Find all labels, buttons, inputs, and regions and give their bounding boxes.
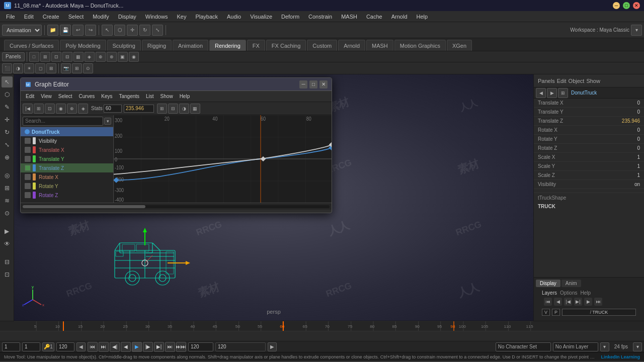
loop-btn[interactable]: ⏭⏭ [176,342,186,352]
ge-list-item-rx[interactable]: Rotate X [21,172,113,182]
menu-item-deform[interactable]: Deform [277,13,303,21]
menu-item-mash[interactable]: MASH [337,13,361,21]
frame-stepper-inc[interactable]: ▶ [268,342,277,351]
timeline-track[interactable] [0,331,644,341]
rp-next-key-btn[interactable]: |◀ [564,298,572,306]
shelf-tool1[interactable]: □ [29,52,39,62]
scale-tool[interactable]: ⤡ [2,139,13,150]
ge-graph-area[interactable]: 300 200 100 0 -100 -200 -300 -400 20 40 … [114,115,332,203]
shelf-tool7[interactable]: ⊕ [96,52,106,62]
grid-btn[interactable]: ⊞ [72,63,82,73]
light-btn[interactable]: ☀ [24,63,34,73]
menu-item-cache[interactable]: Cache [362,13,386,21]
anim-layer[interactable]: ⊡ [2,269,13,280]
snap-grid[interactable]: ⊞ [2,183,13,194]
workspace-tab-xgen[interactable]: XGen [447,40,472,51]
menu-item-edit[interactable]: Edit [20,13,38,21]
move-tool[interactable]: ✛ [2,114,13,125]
ge-tool1[interactable]: |◀ [23,104,33,114]
snp-btn[interactable]: ⊙ [83,63,93,73]
shelf-tool6[interactable]: ◈ [85,52,95,62]
current-frame-field[interactable]: 1 [22,342,40,351]
workspace-tab-motion-graphics[interactable]: Motion Graphics [394,40,446,51]
ge-restore-btn[interactable]: □ [309,80,317,88]
rp-p-btn[interactable]: P [552,309,560,316]
ge-list-item-visibility[interactable]: Visibility [21,136,113,145]
ge-tool10[interactable]: ▦ [190,104,200,114]
menu-item-arnold[interactable]: Arnold [387,13,412,21]
ge-list-item-ry[interactable]: Rotate Y [21,182,113,191]
menu-item-modify[interactable]: Modify [89,13,113,21]
workspace-tab-sculpting[interactable]: Sculpting [107,40,141,51]
ren-btn[interactable]: ⊞ [46,63,56,73]
display-layer[interactable]: ⊟ [2,256,13,267]
ge-menu-keys[interactable]: Keys [98,93,115,100]
shade-btn[interactable]: ◑ [13,63,23,73]
ge-menu-view[interactable]: View [38,93,55,100]
ge-close-btn[interactable]: ✕ [319,80,328,88]
ge-tool6[interactable]: ◈ [78,104,88,114]
anim-options[interactable]: ▾ [600,342,609,351]
menu-item-display[interactable]: Display [114,13,140,21]
ge-scrollbar[interactable] [21,203,332,210]
rp-tab-display[interactable]: Display [536,280,560,287]
select-btn[interactable]: ↖ [102,25,113,36]
rp-tool2[interactable]: ▶ [547,88,557,98]
lasso-tool[interactable]: ⬡ [2,89,13,100]
minimize-button[interactable]: ─ [613,2,620,9]
ge-tool2[interactable]: ⊞ [34,104,44,114]
save-btn[interactable]: 💾 [60,25,71,36]
current-time-field[interactable]: 120 [215,342,266,351]
shelf-tool2[interactable]: ⊞ [40,52,50,62]
play-btn[interactable]: ▶ [132,342,142,352]
workspace-tab-poly-modeling[interactable]: Poly Modeling [60,40,106,51]
workspace-tab-rigging[interactable]: Rigging [142,40,172,51]
rotate-tool[interactable]: ↻ [2,127,13,138]
ge-menu-edit[interactable]: Edit [23,93,37,100]
soft-select[interactable]: ◎ [2,170,13,181]
rp-help-tab[interactable]: Help [580,290,591,296]
menu-item-help[interactable]: Help [413,13,432,21]
ge-title-bar[interactable]: M Graph Editor ─ □ ✕ [21,78,332,91]
cam-btn[interactable]: 📷 [61,63,71,73]
last-frame-btn[interactable]: ⏭ [165,342,175,352]
maximize-button[interactable]: □ [623,2,630,9]
ge-tool9[interactable]: ◑ [179,104,189,114]
move-btn[interactable]: ✛ [127,25,138,36]
first-frame-btn[interactable]: ⏮ [88,342,98,352]
workspace-tab-curves-/-surfaces[interactable]: Curves / Surfaces [4,40,59,51]
workspace-tab-animation[interactable]: Animation [173,40,208,51]
ge-list-item-tz[interactable]: Translate Z [21,163,113,172]
ge-menu-curves[interactable]: Curves [76,93,98,100]
render-preview[interactable]: ▶ [2,226,13,237]
menu-item-constrain[interactable]: Constrain [304,13,336,21]
end-frame-field[interactable]: 120 [56,342,74,351]
universal-tool[interactable]: ⊕ [2,152,13,163]
ge-scrollbar-thumb[interactable] [23,205,145,208]
undo-btn[interactable]: ↩ [72,25,84,36]
rp-layers-tab[interactable]: Layers [542,290,557,296]
ge-tool7[interactable]: ⊞ [157,104,167,114]
viewport[interactable]: 人人 RRCG 素材 人人 RRCG 人人 RRCG 素材 素材 RRCG 人人… [14,74,533,321]
lasso-btn[interactable]: ⬡ [114,25,125,36]
start-frame-field[interactable]: 1 [2,342,20,351]
workspace-options[interactable]: ▾ [631,25,642,36]
rp-next-next-btn[interactable]: ⏭ [594,298,602,306]
workspace-tab-fx[interactable]: FX [247,40,265,51]
scale-btn[interactable]: ⤡ [152,25,163,36]
next-frame-btn[interactable]: |▶ [143,342,153,352]
prev-play-btn[interactable]: ◀ [121,342,131,352]
ge-search-options[interactable]: ▾ [104,118,111,125]
no-anim-layer[interactable]: No Anim Layer [553,342,598,351]
ge-list-item-ty[interactable]: Translate Y [21,154,113,163]
shelf-tool9[interactable]: ▣ [118,52,128,62]
rotate-btn[interactable]: ↻ [139,25,150,36]
ge-menu-list[interactable]: List [143,93,157,100]
ge-menu-help[interactable]: Help [177,93,193,100]
rp-tool3[interactable]: ⊞ [558,88,568,98]
ge-frame-input[interactable] [104,105,122,113]
rp-options-tab[interactable]: Options [560,290,577,296]
menu-item-select[interactable]: Select [64,13,88,21]
show-hide[interactable]: 👁 [2,238,13,249]
snap-point[interactable]: ⊙ [2,208,13,219]
